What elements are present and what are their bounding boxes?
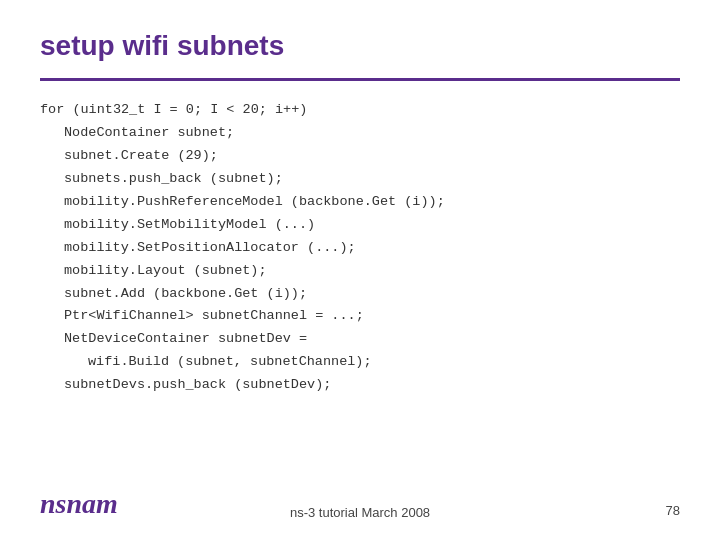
divider-line — [40, 78, 680, 81]
code-block: for (uint32_t I = 0; I < 20; i++)NodeCon… — [40, 99, 680, 397]
code-line: subnet.Add (backbone.Get (i)); — [40, 283, 680, 306]
code-line: subnets.push_back (subnet); — [40, 168, 680, 191]
code-line: for (uint32_t I = 0; I < 20; i++) — [40, 99, 680, 122]
slide-container: setup wifi subnets for (uint32_t I = 0; … — [0, 0, 720, 540]
footer-page-number: 78 — [666, 503, 680, 518]
code-line: wifi.Build (subnet, subnetChannel); — [40, 351, 680, 374]
code-line: mobility.Layout (subnet); — [40, 260, 680, 283]
code-line: subnet.Create (29); — [40, 145, 680, 168]
footer-center-text: ns-3 tutorial March 2008 — [290, 505, 430, 520]
code-line: Ptr<WifiChannel> subnetChannel = ...; — [40, 305, 680, 328]
code-line: subnetDevs.push_back (subnetDev); — [40, 374, 680, 397]
code-line: mobility.SetPositionAllocator (...); — [40, 237, 680, 260]
code-line: mobility.PushReferenceModel (backbone.Ge… — [40, 191, 680, 214]
code-line: mobility.SetMobilityModel (...) — [40, 214, 680, 237]
footer: ns-3 tutorial March 2008 — [0, 505, 720, 520]
slide-title: setup wifi subnets — [40, 30, 680, 62]
code-line: NetDeviceContainer subnetDev = — [40, 328, 680, 351]
code-line: NodeContainer subnet; — [40, 122, 680, 145]
